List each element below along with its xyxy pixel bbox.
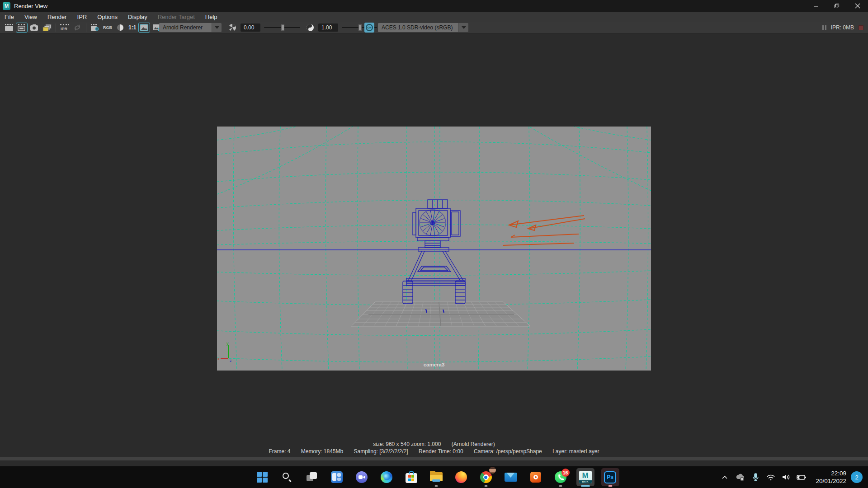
active-window-indicator [581, 485, 590, 487]
time-label: 22:09 [816, 469, 846, 477]
menu-file[interactable]: File [5, 14, 14, 20]
volume-icon [782, 474, 791, 481]
titlebar: M Render View [0, 0, 868, 12]
render-status-line-2: Frame: 4 Memory: 1845Mb Sampling: [3/2/2… [0, 448, 868, 455]
taskbar-chrome-button[interactable] [473, 467, 498, 487]
menu-help[interactable]: Help [205, 14, 217, 20]
volume-button[interactable] [778, 469, 794, 485]
edge-icon [381, 471, 392, 483]
frame-label: Frame: 4 [269, 448, 290, 455]
wireframe-render: x y z camera3 [217, 127, 651, 371]
profile-avatar [489, 467, 496, 474]
render-icon [5, 24, 14, 31]
taskbar-office-button[interactable] [523, 467, 548, 487]
taskbar-firefox-button[interactable] [448, 467, 473, 487]
on-toggle-icon: ON [366, 24, 373, 31]
camera-label: camera3 [424, 362, 445, 367]
widgets-icon [331, 471, 343, 483]
ipr-memory-label: IPR: 0MB [831, 24, 854, 31]
windows-start-icon [257, 472, 268, 483]
refresh-ipr-button-disabled [72, 23, 83, 32]
menu-bar: File View Render IPR Options Display Ren… [0, 12, 868, 22]
fan-blades [420, 210, 445, 235]
restore-button[interactable] [826, 0, 847, 12]
exposure-slider[interactable] [264, 27, 300, 28]
taskbar-edge-button[interactable] [374, 467, 399, 487]
close-button[interactable] [847, 0, 868, 12]
minimize-button[interactable] [806, 0, 826, 12]
exposure-aperture-icon [228, 23, 236, 32]
hidden-icons-button[interactable] [717, 469, 732, 485]
microphone-button[interactable] [748, 469, 763, 485]
exposure-slider-knob[interactable] [281, 24, 284, 31]
rgb-channels-button[interactable]: RGB [103, 25, 112, 30]
mail-icon [505, 473, 517, 482]
microphone-icon [751, 473, 760, 481]
pause-ipr-button[interactable] [822, 25, 826, 30]
render-settings-button[interactable] [90, 23, 100, 32]
taskbar-clock[interactable]: 22:09 20/01/2022 [816, 469, 846, 485]
running-indicator [434, 485, 438, 487]
alpha-channel-button[interactable] [115, 23, 126, 32]
color-management-toggle[interactable]: ON [364, 23, 374, 33]
stop-ipr-button[interactable] [859, 25, 863, 30]
taskbar-mail-button[interactable] [498, 467, 523, 487]
ipr-render-icon: IPR [60, 24, 70, 31]
taskbar-photoshop-button[interactable]: Ps [598, 467, 623, 487]
running-indicator [608, 485, 612, 487]
battery-button[interactable] [794, 469, 809, 485]
snapshot-button[interactable] [29, 23, 40, 32]
colorspace-dropdown-arrow[interactable] [458, 23, 468, 32]
refresh-ipr-icon [73, 24, 81, 31]
task-view-icon [307, 472, 317, 483]
taskbar-file-explorer-button[interactable] [424, 467, 448, 487]
toolbar-separator [56, 23, 56, 32]
maya-render-view-window: M Render View File View Render IPR Optio… [0, 0, 868, 488]
running-indicator [484, 485, 487, 487]
colorspace-dropdown[interactable]: ACES 1.0 SDR-video (sRGB) [378, 23, 458, 32]
exposure-button[interactable] [227, 23, 238, 32]
chrome-icon [480, 471, 492, 483]
camera-path-label: Camera: /persp/perspShape [474, 448, 542, 455]
menu-render-target: Render Target [158, 14, 195, 20]
office-icon [530, 472, 541, 483]
taskbar-task-view-button[interactable] [299, 467, 324, 487]
taskbar-store-button[interactable] [399, 467, 424, 487]
wifi-icon [766, 474, 775, 481]
render-panel: x y z camera3 size: 960 x 540 zoom: 1.00… [0, 34, 868, 466]
keep-image-storage-button[interactable] [42, 23, 52, 32]
taskbar-whatsapp-button[interactable]: 16 [548, 467, 573, 487]
exposure-field[interactable]: 0.00 [241, 23, 260, 32]
keep-image-button[interactable] [139, 23, 150, 32]
menu-view[interactable]: View [24, 14, 37, 20]
render-button[interactable] [4, 23, 14, 32]
menu-display[interactable]: Display [128, 14, 147, 20]
taskbar-maya-button[interactable]: M MAYA [573, 467, 598, 487]
microsoft-store-icon [406, 473, 417, 483]
render-time-label: Render Time: 0:00 [419, 448, 463, 455]
renderer-dropdown[interactable]: Arnold Renderer [159, 23, 212, 32]
gamma-slider-knob[interactable] [359, 24, 362, 31]
menu-render[interactable]: Render [47, 14, 67, 20]
menu-ipr[interactable]: IPR [77, 14, 87, 20]
renderer-dropdown-arrow[interactable] [212, 23, 222, 32]
zoom-one-to-one-button[interactable]: 1:1 [128, 24, 136, 31]
taskbar-widgets-button[interactable] [324, 467, 349, 487]
gamma-button[interactable] [305, 23, 316, 32]
chat-icon [356, 471, 368, 483]
ipr-render-button[interactable]: IPR [59, 23, 70, 32]
rendered-image[interactable]: x y z camera3 [217, 127, 651, 371]
gamma-field[interactable]: 1.00 [318, 23, 338, 32]
taskbar-start-button[interactable] [250, 467, 274, 487]
onedrive-button[interactable] [732, 469, 748, 485]
maya-logo-icon: M [3, 2, 10, 10]
redo-previous-render-button[interactable] [16, 23, 27, 32]
wifi-button[interactable] [763, 469, 778, 485]
taskbar-chat-button[interactable] [349, 467, 374, 487]
taskbar-search-button[interactable] [274, 467, 299, 487]
menu-options[interactable]: Options [97, 14, 118, 20]
notification-count-badge[interactable]: 2 [851, 471, 863, 483]
minimize-icon [813, 3, 819, 9]
axis-gizmo: x y z [217, 341, 232, 363]
wireframe-fan-object [403, 200, 465, 313]
